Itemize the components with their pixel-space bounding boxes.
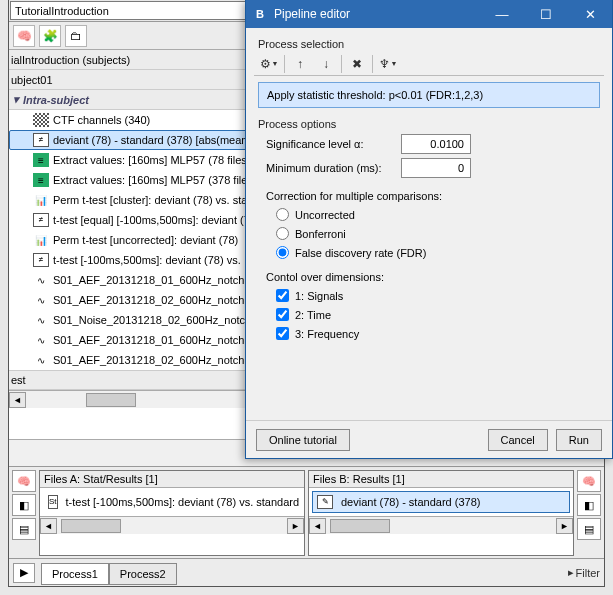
check-dim1-row[interactable]: 1: Signals [276,289,604,302]
check-dim2[interactable] [276,308,289,321]
cancel-button[interactable]: Cancel [488,429,548,451]
dialog-body: Process selection ⚙▼ ↑ ↓ ✖ ♆▼ Apply stat… [246,28,612,354]
files-a-scroll[interactable]: ◄ ► [40,516,304,534]
left-btn-2[interactable]: ◧ [12,494,36,516]
separator [372,55,373,73]
files-panel: 🧠 ◧ ▤ Files A: Stat/Results [1] St t-tes… [9,466,604,559]
radio-uncorrected-label: Uncorrected [295,209,355,221]
minus-icon: ▾ [13,93,19,106]
scroll-right-icon[interactable]: ► [556,518,573,534]
filter-label: Filter [576,567,600,579]
significance-input[interactable] [401,134,471,154]
tab-process1[interactable]: Process1 [41,563,109,585]
radio-bonferroni[interactable] [276,227,289,240]
tree-subject-label: ubject01 [11,74,53,86]
dialog-buttons: Online tutorial Cancel Run [246,420,612,458]
wave-icon: ∿ [33,353,49,367]
files-right-buttons: 🧠 ◧ ▤ [577,470,601,556]
process-options-label: Process options [258,118,604,130]
dialog-title: Pipeline editor [274,7,480,21]
radio-uncorrected[interactable] [276,208,289,221]
tree-item-label: t-test [-100ms,500ms]: deviant (78) vs. [53,254,241,266]
files-b-scroll[interactable]: ◄ ► [309,516,573,534]
significance-label: Significance level α: [266,138,401,150]
check-dim3[interactable] [276,327,289,340]
process-toolbar: ⚙▼ ↑ ↓ ✖ ♆▼ [254,52,604,76]
minduration-input[interactable] [401,158,471,178]
tree-item-label: S01_AEF_20131218_02_600Hz_notch [53,294,244,306]
check-dim3-row[interactable]: 3: Frequency [276,327,604,340]
filter-link[interactable]: ▸ Filter [568,566,600,579]
selected-process[interactable]: Apply statistic threshold: p<0.01 (FDR:1… [258,82,600,108]
toolbar-btn-1[interactable]: 🧠 [13,25,35,47]
tree-item-label: CTF channels (340) [53,114,150,126]
x-icon: ✖ [352,57,362,71]
right-btn-1[interactable]: 🧠 [577,470,601,492]
tree-item-label: S01_Noise_20131218_02_600Hz_notch [53,314,251,326]
tree-intra-label: Intra-subject [23,94,89,106]
tree-item-label: S01_AEF_20131218_01_600Hz_notch [53,334,244,346]
move-down-button[interactable]: ↓ [315,54,337,74]
tree-item-label: Perm t-test [cluster]: deviant (78) vs. … [53,194,276,206]
tree-item-label: Extract values: [160ms] MLP57 (378 files… [53,174,257,186]
toolbar-btn-2[interactable]: 🧩 [39,25,61,47]
right-btn-3[interactable]: ▤ [577,518,601,540]
check-dim1-label: 1: Signals [295,290,343,302]
wave-icon: ∿ [33,313,49,327]
wave-icon: ∿ [33,293,49,307]
radio-fdr[interactable] [276,246,289,259]
radio-uncorrected-row[interactable]: Uncorrected [276,208,604,221]
check-dim2-row[interactable]: 2: Time [276,308,604,321]
protocol-name: TutorialIntroduction [15,5,109,17]
close-button[interactable]: ✕ [568,0,612,28]
check-dim1[interactable] [276,289,289,302]
tree-item-label: deviant (78) - standard (378) [abs(mean)… [53,134,254,146]
tree-item-label: S01_AEF_20131218_01_600Hz_notch [53,274,244,286]
delete-button[interactable]: ✖ [346,54,368,74]
radio-fdr-row[interactable]: False discovery rate (FDR) [276,246,604,259]
files-b-item[interactable]: ✎ deviant (78) - standard (378) [312,491,570,513]
grid-icon [33,113,49,127]
scroll-left-icon[interactable]: ◄ [9,392,26,408]
scroll-thumb[interactable] [86,393,136,407]
scroll-left-icon[interactable]: ◄ [40,518,57,534]
maximize-button[interactable]: ☐ [524,0,568,28]
left-btn-3[interactable]: ▤ [12,518,36,540]
list-icon: ≡ [33,153,49,167]
correction-group-label: Correction for multiple comparisons: [266,190,604,202]
process-selection-label: Process selection [258,38,604,50]
wave-icon: ∿ [33,333,49,347]
move-up-button[interactable]: ↑ [289,54,311,74]
app-logo-icon: B [252,6,268,22]
tab-process2[interactable]: Process2 [109,563,177,585]
scroll-left-icon[interactable]: ◄ [309,518,326,534]
files-left-buttons: 🧠 ◧ ▤ [12,470,36,556]
result-icon: ✎ [317,495,333,509]
tree-item-label: Perm t-test [uncorrected]: deviant (78) [53,234,238,246]
run-button-small[interactable]: ▶ [13,563,35,583]
scroll-thumb[interactable] [330,519,390,533]
right-btn-2[interactable]: ◧ [577,494,601,516]
gear-menu-button[interactable]: ⚙▼ [258,54,280,74]
toolbar-btn-3[interactable]: 🗀 [65,25,87,47]
tree-menu-button[interactable]: ♆▼ [377,54,399,74]
radio-bonferroni-row[interactable]: Bonferroni [276,227,604,240]
pipeline-editor-dialog: B Pipeline editor — ☐ ✕ Process selectio… [245,0,613,459]
scroll-right-icon[interactable]: ► [287,518,304,534]
radio-bonferroni-label: Bonferroni [295,228,346,240]
minimize-button[interactable]: — [480,0,524,28]
chevron-down-icon: ▼ [391,60,398,67]
files-a-box: Files A: Stat/Results [1] St t-test [-10… [39,470,305,556]
files-a-item[interactable]: St t-test [-100ms,500ms]: deviant (78) v… [43,491,301,513]
chevron-down-icon: ▼ [272,60,279,67]
dialog-titlebar[interactable]: B Pipeline editor — ☐ ✕ [246,0,612,28]
run-button[interactable]: Run [556,429,602,451]
files-a-title: Files A: Stat/Results [1] [40,471,304,488]
tree-item-label: t-test [equal] [-100ms,500ms]: deviant (… [53,214,260,226]
dimensions-group-label: Contol over dimensions: [266,271,604,283]
tree-last-label: est [11,374,26,386]
wave-icon: ∿ [33,273,49,287]
left-btn-1[interactable]: 🧠 [12,470,36,492]
online-tutorial-button[interactable]: Online tutorial [256,429,350,451]
scroll-thumb[interactable] [61,519,121,533]
